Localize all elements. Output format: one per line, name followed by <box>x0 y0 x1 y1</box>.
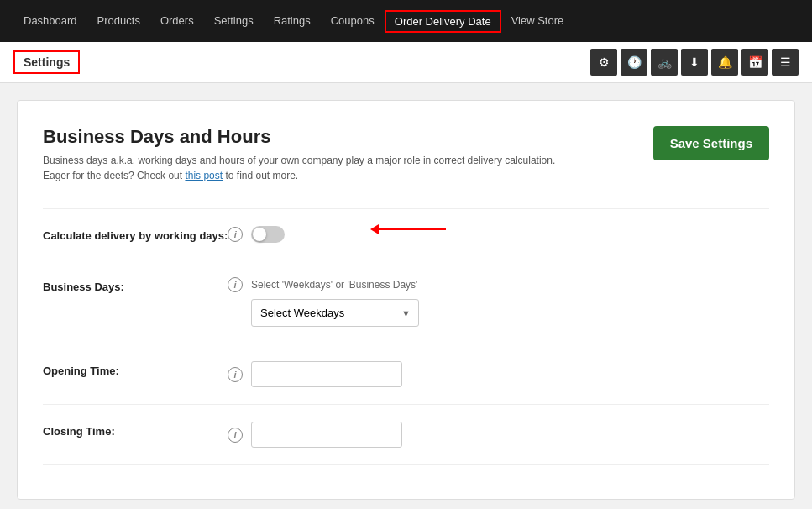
closing-time-inline: i <box>228 422 769 448</box>
calculate-delivery-control: i <box>228 226 769 243</box>
nav-settings[interactable]: Settings <box>204 0 264 42</box>
calculate-delivery-toggle[interactable] <box>251 226 285 243</box>
form-row-closing-time: Closing Time: i <box>43 405 769 465</box>
business-days-select-wrap: Select Weekdays Business Days ▼ <box>251 299 419 327</box>
bell-icon-button[interactable]: 🔔 <box>711 49 738 76</box>
nav-order-delivery-date[interactable]: Order Delivery Date <box>385 10 501 33</box>
closing-time-control: i <box>228 422 769 448</box>
opening-time-inline: i <box>228 361 769 387</box>
form-row-calculate-delivery: Calculate delivery by working days: i <box>43 209 769 260</box>
business-days-label: Business Days: <box>43 277 228 293</box>
closing-time-input[interactable] <box>251 422 402 448</box>
page-title: Business Days and Hours <box>43 126 563 148</box>
top-navigation: Dashboard Products Orders Settings Ratin… <box>0 0 812 42</box>
settings-card: Business Days and Hours Business days a.… <box>17 100 795 500</box>
form-section: Calculate delivery by working days: i <box>43 208 769 465</box>
toggle-wrap: i <box>228 226 769 243</box>
business-days-info-icon[interactable]: i <box>228 277 243 292</box>
opening-time-control: i <box>228 361 769 387</box>
main-content: Business Days and Hours Business days a.… <box>0 83 812 509</box>
nav-ratings[interactable]: Ratings <box>264 0 321 42</box>
calendar-icon-button[interactable]: 📅 <box>741 49 768 76</box>
opening-time-info-icon[interactable]: i <box>228 367 243 382</box>
nav-orders[interactable]: Orders <box>150 0 204 42</box>
business-days-inline: i Select 'Weekdays' or 'Business Days' <box>228 277 769 292</box>
gear-icon-button[interactable]: ⚙ <box>590 49 617 76</box>
calculate-delivery-label: Calculate delivery by working days: <box>43 226 228 242</box>
form-row-opening-time: Opening Time: i <box>43 344 769 405</box>
download-icon-button[interactable]: ⬇ <box>681 49 708 76</box>
card-title-area: Business Days and Hours Business days a.… <box>43 126 563 183</box>
menu-icon-button[interactable]: ☰ <box>772 49 799 76</box>
nav-view-store[interactable]: View Store <box>501 0 574 42</box>
business-days-select[interactable]: Select Weekdays Business Days <box>251 299 419 327</box>
settings-badge: Settings <box>13 50 80 74</box>
bike-icon-button[interactable]: 🚲 <box>651 49 678 76</box>
closing-time-info-icon[interactable]: i <box>228 428 243 443</box>
card-description: Business days a.k.a. working days and ho… <box>43 153 563 183</box>
this-post-link[interactable]: this post <box>185 170 223 181</box>
business-days-hint: Select 'Weekdays' or 'Business Days' <box>251 279 417 291</box>
opening-time-input[interactable] <box>251 361 402 387</box>
business-days-control: i Select 'Weekdays' or 'Business Days' S… <box>228 277 769 327</box>
card-header: Business Days and Hours Business days a.… <box>43 126 769 183</box>
toggle-knob <box>253 228 266 241</box>
icon-buttons-group: ⚙ 🕐 🚲 ⬇ 🔔 📅 ☰ <box>590 49 799 76</box>
opening-time-label: Opening Time: <box>43 361 228 377</box>
closing-time-label: Closing Time: <box>43 422 228 438</box>
subheader: Settings ⚙ 🕐 🚲 ⬇ 🔔 📅 ☰ <box>0 42 812 83</box>
clock-icon-button[interactable]: 🕐 <box>621 49 647 76</box>
nav-dashboard[interactable]: Dashboard <box>13 0 87 42</box>
form-row-business-days: Business Days: i Select 'Weekdays' or 'B… <box>43 260 769 344</box>
nav-coupons[interactable]: Coupons <box>321 0 385 42</box>
calculate-delivery-info-icon[interactable]: i <box>228 227 243 242</box>
nav-products[interactable]: Products <box>87 0 150 42</box>
save-settings-button[interactable]: Save Settings <box>653 126 769 160</box>
